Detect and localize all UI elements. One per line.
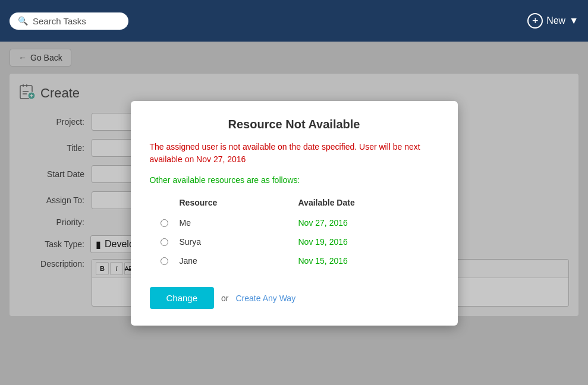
col-resource-header: Resource <box>180 198 298 207</box>
modal-warning-text: The assigned user is not available on th… <box>150 141 439 166</box>
modal-title: Resource Not Available <box>150 118 439 131</box>
resource-not-available-modal: Resource Not Available The assigned user… <box>131 101 458 326</box>
table-row: Surya Nov 19, 2016 <box>150 232 439 251</box>
change-button[interactable]: Change <box>150 287 215 309</box>
or-text: or <box>221 294 228 303</box>
resource-table: Resource Available Date Me Nov 27, 2016 … <box>150 194 439 270</box>
radio-input-surya[interactable] <box>161 238 168 246</box>
search-box[interactable]: 🔍 Search Tasks <box>10 12 128 30</box>
create-any-way-link[interactable]: Create Any Way <box>236 294 296 303</box>
table-row: Jane Nov 15, 2016 <box>150 251 439 270</box>
resource-date-me: Nov 27, 2016 <box>298 218 348 228</box>
col-date-header: Available Date <box>298 198 355 207</box>
modal-footer: Change or Create Any Way <box>150 282 439 309</box>
modal-overlay: Resource Not Available The assigned user… <box>0 42 588 385</box>
radio-input-jane[interactable] <box>161 257 168 265</box>
table-row: Me Nov 27, 2016 <box>150 213 439 232</box>
new-chevron-icon: ▼ <box>569 15 578 26</box>
radio-surya[interactable] <box>150 238 180 246</box>
radio-input-me[interactable] <box>161 219 168 227</box>
top-navigation: 🔍 Search Tasks + New ▼ <box>0 0 588 42</box>
resource-date-surya: Nov 19, 2016 <box>298 237 348 247</box>
search-icon: 🔍 <box>18 16 28 26</box>
modal-subtext: Other available resources are as follows… <box>150 175 439 185</box>
main-content: ← Go Back Create Project: Title: <box>0 42 588 385</box>
radio-jane[interactable] <box>150 257 180 265</box>
search-label: Search Tasks <box>33 16 86 26</box>
resource-name-jane: Jane <box>180 256 298 266</box>
new-label: New <box>546 15 565 26</box>
table-header: Resource Available Date <box>150 194 439 213</box>
new-button[interactable]: + New ▼ <box>527 13 578 29</box>
radio-me[interactable] <box>150 219 180 227</box>
resource-name-surya: Surya <box>180 237 298 247</box>
resource-name-me: Me <box>180 218 298 228</box>
new-circle-icon: + <box>527 13 543 29</box>
resource-date-jane: Nov 15, 2016 <box>298 256 348 266</box>
